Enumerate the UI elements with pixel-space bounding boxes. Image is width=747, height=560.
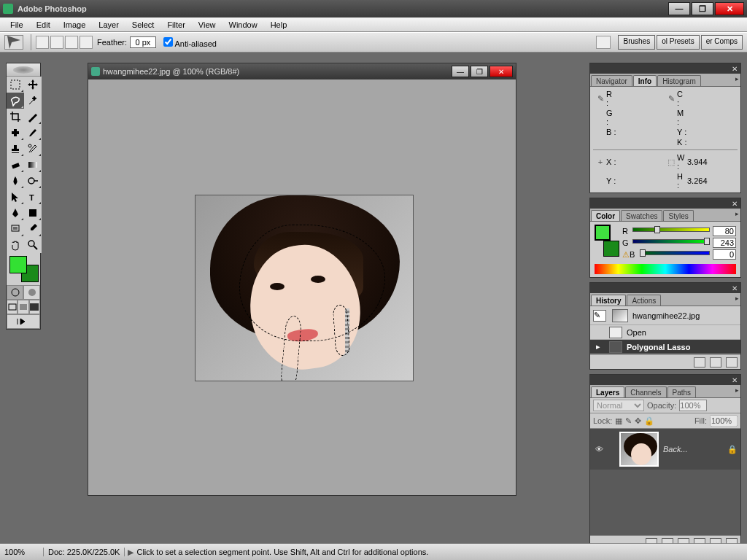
path-select-tool[interactable] bbox=[7, 189, 24, 205]
print-icon[interactable] bbox=[596, 36, 611, 49]
minimize-button[interactable]: — bbox=[668, 2, 690, 15]
value-g[interactable]: 243 bbox=[713, 238, 736, 248]
panel-menu-icon[interactable]: ▸ bbox=[735, 295, 739, 302]
new-selection-button[interactable] bbox=[36, 36, 49, 49]
layer-thumbnail[interactable] bbox=[619, 432, 659, 467]
history-state[interactable]: Open bbox=[590, 325, 740, 340]
doc-size[interactable]: Doc: 225.0K/225.0K bbox=[44, 548, 125, 556]
panel-menu-icon[interactable]: ▸ bbox=[735, 210, 739, 217]
dock-tab-tool-presets[interactable]: ol Presets bbox=[657, 35, 699, 50]
panel-close-icon[interactable]: ✕ bbox=[730, 284, 739, 292]
tab-info[interactable]: Info bbox=[633, 75, 657, 86]
menu-window[interactable]: Window bbox=[223, 19, 263, 31]
menu-help[interactable]: Help bbox=[265, 19, 293, 31]
tab-history[interactable]: History bbox=[591, 295, 626, 306]
intersect-selection-button[interactable] bbox=[80, 36, 93, 49]
visibility-icon[interactable]: 👁 bbox=[593, 445, 605, 454]
quickmask-mode-button[interactable] bbox=[23, 285, 40, 300]
panel-close-icon[interactable]: ✕ bbox=[730, 200, 739, 208]
slider-b[interactable] bbox=[640, 251, 710, 258]
lock-transparency-icon[interactable]: ▦ bbox=[615, 416, 622, 426]
zoom-tool[interactable] bbox=[24, 237, 42, 253]
tab-styles[interactable]: Styles bbox=[663, 210, 693, 221]
doc-close-button[interactable]: ✕ bbox=[489, 66, 513, 77]
jump-to-imageready-button[interactable] bbox=[7, 314, 40, 329]
lock-all-icon[interactable]: 🔒 bbox=[644, 416, 654, 426]
doc-maximize-button[interactable]: ❐ bbox=[471, 66, 488, 77]
fg-color-swatch[interactable] bbox=[9, 256, 27, 273]
opacity-input[interactable] bbox=[679, 400, 707, 411]
toolbox-header[interactable] bbox=[7, 63, 40, 77]
dodge-tool[interactable] bbox=[24, 173, 42, 189]
hand-tool[interactable] bbox=[7, 237, 24, 253]
lock-position-icon[interactable]: ✥ bbox=[635, 416, 641, 426]
feather-input[interactable] bbox=[130, 36, 156, 48]
dock-tab-brushes[interactable]: Brushes bbox=[618, 35, 655, 50]
gradient-tool[interactable] bbox=[24, 157, 42, 173]
lock-image-icon[interactable]: ✎ bbox=[625, 416, 632, 426]
history-brush-tool[interactable] bbox=[24, 141, 42, 157]
wand-tool[interactable] bbox=[24, 93, 42, 109]
history-snapshot[interactable]: ✎ hwangmihee22.jpg bbox=[590, 306, 740, 325]
menu-layer[interactable]: Layer bbox=[93, 19, 125, 31]
zoom-level[interactable]: 100% bbox=[0, 548, 44, 556]
spectrum-ramp[interactable] bbox=[595, 264, 736, 274]
menu-image[interactable]: Image bbox=[58, 19, 92, 31]
value-r[interactable]: 80 bbox=[713, 226, 736, 236]
panel-close-icon[interactable]: ✕ bbox=[730, 65, 739, 73]
history-state-active[interactable]: ▸ Polygonal Lasso bbox=[590, 340, 740, 354]
shape-tool[interactable] bbox=[24, 205, 42, 221]
bg-color-box[interactable] bbox=[603, 241, 619, 257]
fill-input[interactable] bbox=[710, 415, 738, 427]
canvas[interactable] bbox=[195, 195, 414, 381]
status-menu-icon[interactable]: ▶ bbox=[125, 548, 132, 557]
screen-menubar-button[interactable] bbox=[18, 300, 28, 314]
panel-menu-icon[interactable]: ▸ bbox=[735, 75, 739, 82]
layer-name[interactable]: Back... bbox=[663, 445, 727, 454]
blend-mode-select[interactable]: Normal bbox=[593, 400, 644, 411]
standard-mode-button[interactable] bbox=[7, 285, 23, 300]
antialias-check-input[interactable] bbox=[163, 37, 173, 47]
tab-layers[interactable]: Layers bbox=[591, 386, 624, 397]
screen-standard-button[interactable] bbox=[7, 300, 18, 314]
slider-r[interactable] bbox=[632, 228, 710, 235]
brush-tool[interactable] bbox=[24, 125, 42, 141]
stamp-tool[interactable] bbox=[7, 141, 24, 157]
tab-histogram[interactable]: Histogram bbox=[657, 75, 701, 86]
menu-view[interactable]: View bbox=[193, 19, 222, 31]
tab-navigator[interactable]: Navigator bbox=[591, 75, 632, 86]
move-tool[interactable] bbox=[24, 77, 42, 93]
tab-color[interactable]: Color bbox=[591, 210, 620, 221]
menu-edit[interactable]: Edit bbox=[31, 19, 56, 31]
marquee-tool[interactable] bbox=[7, 77, 24, 93]
layer-row-background[interactable]: 👁 Back... 🔒 bbox=[590, 429, 740, 470]
subtract-selection-button[interactable] bbox=[65, 36, 78, 49]
tab-paths[interactable]: Paths bbox=[667, 386, 697, 397]
menu-select[interactable]: Select bbox=[126, 19, 160, 31]
doc-minimize-button[interactable]: — bbox=[452, 66, 469, 77]
tab-actions[interactable]: Actions bbox=[627, 295, 661, 306]
crop-tool[interactable] bbox=[7, 109, 24, 125]
tool-preset-icon[interactable] bbox=[4, 35, 23, 50]
trash-icon[interactable] bbox=[726, 357, 738, 368]
close-button[interactable]: ✕ bbox=[715, 2, 744, 15]
eraser-tool[interactable] bbox=[7, 157, 24, 173]
new-snapshot-icon[interactable] bbox=[710, 357, 721, 368]
maximize-button[interactable]: ❐ bbox=[692, 2, 713, 15]
type-tool[interactable]: T bbox=[24, 189, 42, 205]
fg-color-box[interactable] bbox=[595, 225, 611, 241]
menu-file[interactable]: File bbox=[4, 19, 29, 31]
add-selection-button[interactable] bbox=[50, 36, 63, 49]
history-brush-source-icon[interactable]: ✎ bbox=[593, 310, 606, 322]
screen-full-button[interactable] bbox=[29, 300, 40, 314]
blur-tool[interactable] bbox=[7, 173, 24, 189]
healing-tool[interactable] bbox=[7, 125, 24, 141]
panel-close-icon[interactable]: ✕ bbox=[730, 376, 739, 384]
notes-tool[interactable] bbox=[7, 221, 24, 237]
value-b[interactable]: 0 bbox=[713, 249, 736, 260]
dock-tab-layer-comps[interactable]: er Comps bbox=[701, 35, 743, 50]
lasso-tool[interactable] bbox=[7, 93, 24, 109]
menu-filter[interactable]: Filter bbox=[161, 19, 190, 31]
tab-channels[interactable]: Channels bbox=[625, 386, 666, 397]
new-document-from-state-icon[interactable] bbox=[694, 357, 705, 368]
